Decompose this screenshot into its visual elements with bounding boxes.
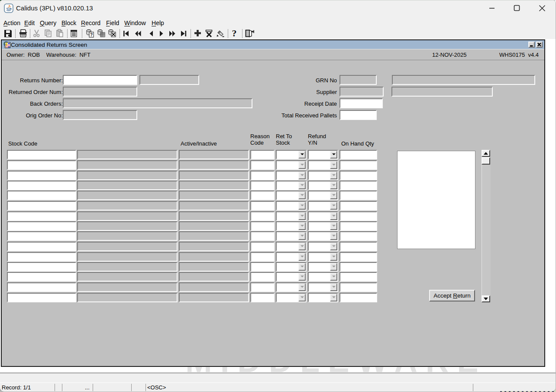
svg-text:?: ?	[232, 29, 237, 39]
svg-text:?: ?	[90, 32, 93, 37]
